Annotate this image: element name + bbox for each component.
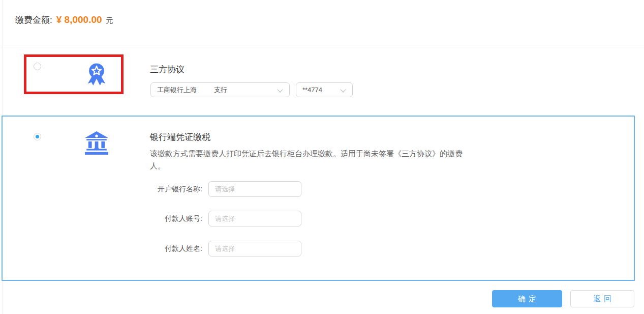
bank-voucher-title: 银行端凭证缴税 (150, 131, 210, 143)
account-select[interactable]: **4774 (296, 82, 353, 97)
payer-name-field-label: 付款人姓名: (141, 244, 202, 253)
bank-voucher-description: 该缴款方式需要缴费人打印凭证后去银行柜台办理缴款。适用于尚未签署《三方协议》的缴… (150, 148, 475, 172)
amount-label: 缴费金额: (15, 14, 52, 26)
bank-name-text: 工商银行上海 (157, 85, 197, 95)
payer-account-field-label: 付款人账号: (141, 214, 202, 223)
red-highlight-annotation (24, 54, 124, 94)
account-masked-text: **4774 (302, 86, 322, 94)
amount-unit: 元 (106, 16, 113, 25)
header-divider (0, 45, 644, 45)
payer-account-field-row: 付款人账号: (141, 211, 301, 226)
payment-page: 缴费金额: ¥ 8,000.00 元 三方协议 工商银行上海 支行 **4774 (0, 0, 644, 314)
medal-badge-icon (85, 62, 108, 89)
bank-branch-select[interactable]: 工商银行上海 支行 (150, 82, 290, 97)
bank-voucher-radio[interactable] (34, 133, 41, 140)
branch-suffix-text: 支行 (214, 85, 227, 95)
back-button[interactable]: 返回 (570, 290, 634, 307)
payment-amount-row: 缴费金额: ¥ 8,000.00 元 (15, 14, 113, 26)
chevron-down-icon (277, 87, 283, 92)
chevron-down-icon (340, 87, 346, 92)
payer-name-input[interactable] (208, 241, 301, 256)
amount-value: ¥ 8,000.00 (56, 14, 102, 25)
bank-name-input[interactable] (208, 181, 301, 197)
tripartite-title: 三方协议 (150, 64, 185, 75)
tripartite-radio[interactable] (34, 63, 41, 70)
bank-name-field-label: 开户银行名称: (141, 185, 202, 194)
bank-building-icon (84, 130, 109, 158)
bank-name-field-row: 开户银行名称: (141, 181, 301, 197)
payer-account-input[interactable] (208, 211, 301, 226)
confirm-button[interactable]: 确定 (492, 290, 562, 307)
payer-name-field-row: 付款人姓名: (141, 241, 301, 256)
